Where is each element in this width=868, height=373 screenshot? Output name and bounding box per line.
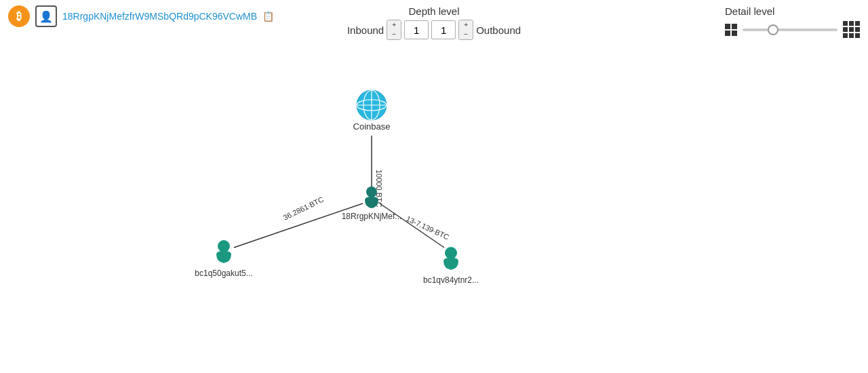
grid-large-icon [843, 21, 860, 38]
outbound-value[interactable]: 1 [431, 20, 456, 39]
node-coinbase[interactable]: Coinbase [353, 90, 391, 132]
inbound-increment[interactable]: + [387, 20, 401, 30]
left-label: bc1q50gakut5... [195, 269, 252, 278]
graph-svg: 10000 BTC 36.2861·BTC 13-7.139·BTC Coinb… [0, 68, 868, 373]
outbound-label: Outbound [476, 24, 521, 36]
inbound-label: Inbound [347, 24, 384, 36]
inbound-value[interactable]: 1 [404, 20, 429, 39]
detail-slider[interactable] [743, 28, 837, 31]
depth-title: Depth level [408, 5, 459, 17]
detail-controls: Detail level [725, 5, 860, 38]
node-left[interactable]: bc1q50gakut5... [195, 240, 252, 278]
contact-icon: 👤 [35, 5, 57, 27]
right-label: bc1qv84ytnr2... [423, 275, 479, 285]
node-right[interactable]: bc1qv84ytnr2... [423, 247, 479, 285]
detail-slider-row [725, 21, 860, 38]
graph-area: 10000 BTC 36.2861·BTC 13-7.139·BTC Coinb… [0, 68, 868, 373]
svg-point-7 [445, 247, 457, 259]
svg-point-5 [366, 186, 377, 197]
depth-inputs: Inbound + − 1 1 + − Outbound [347, 20, 521, 40]
grid-small-icon [725, 24, 737, 36]
address-link[interactable]: 18RrgpKNjMefzfrW9MSbQRd9pCK96VCwMB [62, 11, 257, 22]
edge-label-main-right: 13-7.139·BTC [405, 214, 450, 241]
outbound-stepper[interactable]: + − [458, 20, 473, 40]
outbound-decrement[interactable]: − [459, 30, 473, 39]
edge-main-right [380, 203, 444, 248]
copy-icon[interactable]: 📋 [262, 11, 274, 22]
main-label: 18RrgpKNjMef... [342, 212, 402, 221]
svg-point-6 [218, 240, 230, 252]
inbound-decrement[interactable]: − [387, 30, 401, 39]
bitcoin-icon: ₿ [8, 5, 30, 27]
coinbase-label: Coinbase [353, 121, 391, 132]
edge-label-main-left: 36.2861·BTC [282, 195, 326, 222]
outbound-increment[interactable]: + [459, 20, 473, 30]
node-main[interactable]: 18RrgpKNjMef... [342, 186, 402, 221]
inbound-stepper[interactable]: + − [387, 20, 401, 40]
depth-controls: Depth level Inbound + − 1 1 + − Outbound [347, 5, 521, 40]
detail-title: Detail level [725, 5, 774, 17]
